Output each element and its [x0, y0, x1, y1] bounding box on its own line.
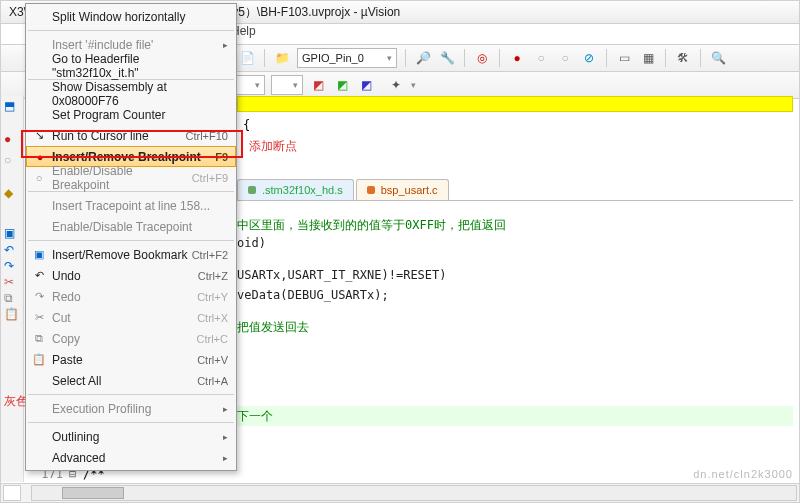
debug-start-icon[interactable]: ◎ — [473, 49, 491, 67]
ctx-cut: ✂CutCtrl+X — [26, 307, 236, 328]
ctx-advanced[interactable]: Advanced▸ — [26, 447, 236, 468]
toolbar-separator — [700, 49, 701, 67]
run-cursor-icon: ↘ — [32, 129, 46, 142]
ctx-copy: ⧉CopyCtrl+C — [26, 328, 236, 349]
symbol-combo[interactable]: GPIO_Pin_0 ▾ — [297, 48, 397, 68]
breakpoint-icon[interactable]: ● — [4, 132, 11, 146]
tile-icon[interactable]: ▦ — [639, 49, 657, 67]
breakpoint-clear-icon[interactable]: ○ — [556, 49, 574, 67]
chevron-right-icon: ▸ — [223, 432, 228, 442]
left-gutter: ⬒ ● ○ ◆ ▣ ↶ ↷ ✂ ⧉ 📋 — [1, 96, 24, 482]
ctx-select-all[interactable]: Select AllCtrl+A — [26, 370, 236, 391]
menu-divider — [28, 394, 234, 395]
breakpoint-kill-icon[interactable]: ⊘ — [580, 49, 598, 67]
green-tool-icon[interactable]: ◩ — [333, 76, 351, 94]
ctx-goto-headerfile[interactable]: Go to Headerfile "stm32f10x_it.h" — [26, 55, 236, 76]
target-dropdown[interactable]: ▾ — [233, 75, 265, 95]
ctx-insert-tracepoint: Insert Tracepoint at line 158... — [26, 195, 236, 216]
ctx-paste[interactable]: 📋PasteCtrl+V — [26, 349, 236, 370]
chevron-down-icon: ▾ — [387, 53, 392, 63]
menu-divider — [28, 30, 234, 31]
chevron-right-icon: ▸ — [223, 404, 228, 414]
find-icon[interactable]: 🔍 — [709, 49, 727, 67]
folder-icon[interactable]: 📁 — [273, 49, 291, 67]
ctx-redo: ↷RedoCtrl+Y — [26, 286, 236, 307]
code-fragment: USARTx,USART_IT_RXNE)!=RESET) — [237, 266, 793, 284]
copy-icon: ⧉ — [32, 332, 46, 345]
bookmark-icon[interactable]: ▣ — [4, 226, 15, 240]
toolbar-separator — [405, 49, 406, 67]
ctx-execution-profiling: Execution Profiling▸ — [26, 398, 236, 419]
tab-label: .stm32f10x_hd.s — [262, 184, 343, 196]
toolbar-separator — [665, 49, 666, 67]
tab-label: bsp_usart.c — [381, 184, 438, 196]
blue-tool-icon[interactable]: ◩ — [357, 76, 375, 94]
breakpoint-disable-icon[interactable]: ○ — [532, 49, 550, 67]
bookmark-icon: ▣ — [32, 248, 46, 261]
redo-icon: ↷ — [32, 290, 46, 303]
editor-tabstrip: .stm32f10x_hd.s bsp_usart.c — [237, 178, 793, 201]
horizontal-scrollbar[interactable] — [31, 485, 797, 501]
ctx-show-disassembly[interactable]: Show Disassembly at 0x08000F76 — [26, 83, 236, 104]
ctx-run-to-cursor[interactable]: ↘Run to Cursor lineCtrl+F10 — [26, 125, 236, 146]
copy-icon[interactable]: ⧉ — [4, 291, 13, 305]
ctx-enable-disable-breakpoint: ○Enable/Disable BreakpointCtrl+F9 — [26, 167, 236, 188]
context-menu: Split Window horizontally Insert '#inclu… — [25, 3, 237, 471]
paste-icon[interactable]: 📋 — [4, 307, 19, 321]
ctx-set-program-counter[interactable]: Set Program Counter — [26, 104, 236, 125]
code-fragment: veData(DEBUG_USARTx); — [237, 286, 793, 304]
copy-icon[interactable]: 📄 — [238, 49, 256, 67]
ctx-insert-remove-bookmark[interactable]: ▣Insert/Remove BookmarkCtrl+F2 — [26, 244, 236, 265]
highlight-line — [237, 96, 793, 112]
toolbar-separator — [264, 49, 265, 67]
code-comment: 把值发送回去 — [237, 318, 793, 336]
wrench-icon[interactable]: 🔧 — [438, 49, 456, 67]
breakpoint-icon: ● — [33, 151, 47, 163]
breakpoint-icon[interactable]: ● — [508, 49, 526, 67]
chevron-down-icon[interactable]: ▾ — [411, 80, 416, 90]
cut-icon: ✂ — [32, 311, 46, 324]
undo-icon: ↶ — [32, 269, 46, 282]
file-icon — [367, 186, 375, 194]
cut-icon[interactable]: ✂ — [4, 275, 14, 289]
chevron-down-icon: ▾ — [293, 80, 298, 90]
ctx-enable-disable-tracepoint: Enable/Disable Tracepoint — [26, 216, 236, 237]
paste-icon: 📋 — [32, 353, 46, 366]
app-window: X3\ 的数据放到数组中\Project\RVMDK（uv5）\BH-F103.… — [0, 0, 800, 503]
red-tool-icon[interactable]: ◩ — [309, 76, 327, 94]
tab-bsp-usart[interactable]: bsp_usart.c — [356, 179, 449, 200]
chevron-right-icon: ▸ — [223, 453, 228, 463]
ctx-outlining[interactable]: Outlining▸ — [26, 426, 236, 447]
breakpoint-disabled-icon[interactable]: ○ — [4, 153, 11, 167]
file-icon — [248, 186, 256, 194]
diamond-icon[interactable]: ◆ — [4, 186, 13, 200]
flash-dropdown[interactable]: ▾ — [271, 75, 303, 95]
toolbar-separator — [606, 49, 607, 67]
code-comment: 中区里面，当接收到的的值等于0XFF时，把值返回 — [237, 216, 793, 234]
breakpoint-disabled-icon: ○ — [32, 172, 46, 184]
ctx-undo[interactable]: ↶UndoCtrl+Z — [26, 265, 236, 286]
status-bar — [1, 483, 799, 502]
tools-icon[interactable]: 🛠 — [674, 49, 692, 67]
redo-icon[interactable]: ↷ — [4, 259, 14, 273]
chevron-down-icon: ▾ — [255, 80, 260, 90]
watermark-text: dn.net/cln2k3000 — [693, 468, 793, 480]
scrollbar-thumb[interactable] — [62, 487, 124, 499]
chevron-right-icon: ▸ — [223, 40, 228, 50]
binoculars-icon[interactable]: 🔎 — [414, 49, 432, 67]
code-brace: { — [243, 118, 250, 132]
menu-divider — [28, 422, 234, 423]
toolbar-separator — [464, 49, 465, 67]
bookmark-prev-icon[interactable]: ⬒ — [4, 99, 15, 113]
window-icon[interactable]: ▭ — [615, 49, 633, 67]
ctx-split-window[interactable]: Split Window horizontally — [26, 6, 236, 27]
code-fragment: oid) — [237, 234, 793, 252]
symbol-combo-value: GPIO_Pin_0 — [302, 52, 364, 64]
menu-divider — [28, 240, 234, 241]
tab-startup[interactable]: .stm32f10x_hd.s — [237, 179, 354, 200]
options-icon[interactable]: ✦ — [387, 76, 405, 94]
annotation-add-breakpoint: 添加断点 — [249, 138, 297, 155]
toolbar-separator — [499, 49, 500, 67]
undo-icon[interactable]: ↶ — [4, 243, 14, 257]
scroll-left-button[interactable] — [3, 485, 21, 501]
